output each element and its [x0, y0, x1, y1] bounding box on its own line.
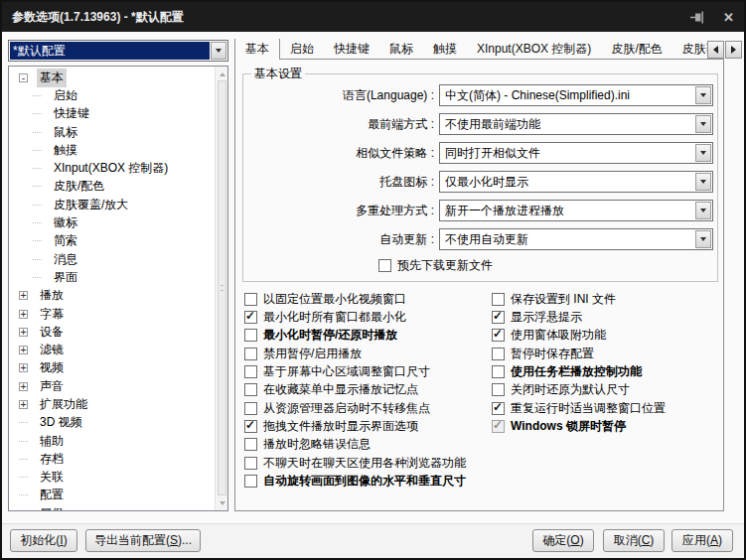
chevron-down-icon[interactable]	[211, 42, 226, 60]
tab-item[interactable]: 皮肤覆盖/放大	[672, 41, 707, 58]
tab-item[interactable]: 皮肤/配色	[601, 41, 671, 58]
expand-icon[interactable]: +	[19, 382, 28, 391]
cancel-button[interactable]: 取消(C)	[603, 529, 665, 552]
tree-item[interactable]: 徽标	[9, 213, 215, 231]
checkbox[interactable]: ✓	[492, 311, 505, 324]
collapse-icon[interactable]: -	[19, 73, 28, 82]
tab-item[interactable]: XInput(XBOX 控制器)	[467, 41, 601, 58]
tree-item[interactable]: +播放	[9, 287, 215, 305]
setting-dropdown[interactable]: 新开一个播放进程播放	[439, 200, 713, 221]
tree-item[interactable]: 辅助	[9, 432, 215, 450]
tab-item[interactable]: 启始	[280, 41, 324, 58]
chevron-down-icon[interactable]	[695, 173, 711, 191]
tree-item[interactable]: 皮肤/配色	[9, 178, 215, 196]
pin-icon[interactable]	[690, 11, 705, 24]
scroll-up-icon[interactable]	[217, 68, 227, 80]
checkbox[interactable]: ✓	[492, 402, 505, 415]
checkbox-row: ✓使用窗体吸附功能	[492, 327, 666, 345]
tab-item[interactable]: 快捷键	[324, 41, 379, 58]
tab-item[interactable]: 基本	[234, 39, 280, 60]
checkbox[interactable]: ✓	[244, 311, 257, 324]
expand-icon[interactable]: +	[19, 291, 28, 300]
expand-icon[interactable]: +	[19, 346, 28, 354]
tree-item[interactable]: 简索	[9, 232, 215, 250]
checkbox[interactable]	[492, 365, 505, 378]
checkbox-row: ✓最小化时所有窗口都最小化	[244, 308, 466, 326]
expand-icon[interactable]: +	[19, 363, 28, 372]
ok-button[interactable]: 确定(O)	[532, 529, 594, 552]
tree-item[interactable]: 存档	[9, 450, 215, 468]
tree-item[interactable]: +声音	[9, 377, 215, 395]
checkbox-row: 播放时忽略错误信息	[244, 436, 466, 454]
checkbox[interactable]	[244, 348, 257, 360]
checkbox[interactable]	[244, 329, 257, 342]
tree-item[interactable]: +视频	[9, 359, 215, 377]
checkbox[interactable]: ✓	[244, 420, 257, 433]
tree-item[interactable]: +设备	[9, 323, 215, 341]
tree-item[interactable]: 快捷键	[9, 105, 215, 123]
profile-combobox[interactable]: *默认配置	[8, 40, 228, 62]
initialize-button[interactable]: 初始化(I)	[10, 529, 77, 552]
checkbox-label: 禁用暂停/启用播放	[263, 346, 362, 362]
tree-item[interactable]: 皮肤覆盖/放大	[9, 196, 215, 213]
tree-item-label: 存档	[37, 450, 67, 469]
tree-item[interactable]: +滤镜	[9, 341, 215, 358]
expand-icon[interactable]: +	[19, 400, 28, 409]
checkbox[interactable]	[492, 383, 505, 396]
chevron-down-icon[interactable]	[695, 144, 711, 162]
tree-item-label: XInput(XBOX 控制器)	[51, 159, 171, 178]
tree-item[interactable]: XInput(XBOX 控制器)	[9, 159, 215, 177]
chevron-down-icon[interactable]	[695, 86, 711, 104]
setting-dropdown[interactable]: 不使用自动更新	[439, 228, 713, 250]
tab-item[interactable]: 触摸	[423, 41, 467, 58]
setting-dropdown[interactable]: 仅最小化时显示	[439, 171, 713, 193]
apply-button[interactable]: 应用(A)	[671, 529, 733, 552]
checkbox[interactable]	[492, 293, 505, 306]
setting-dropdown[interactable]: 同时打开相似文件	[439, 142, 713, 164]
tree-item[interactable]: 鼠标	[9, 123, 215, 141]
checkbox[interactable]	[244, 402, 257, 415]
setting-dropdown[interactable]: 中文(简体) - Chinese(Simplified).ini	[439, 84, 713, 106]
tree-item[interactable]: 关联	[9, 469, 215, 487]
tree-item[interactable]: +扩展功能	[9, 395, 215, 413]
checkbox[interactable]	[244, 438, 257, 451]
checkbox[interactable]	[492, 348, 505, 360]
tree-item[interactable]: 3D 视频	[9, 414, 215, 432]
expand-icon[interactable]: +	[19, 328, 28, 337]
chevron-down-icon[interactable]	[695, 230, 711, 248]
tree-item[interactable]: 消息	[9, 250, 215, 268]
tree-item[interactable]: +字幕	[9, 305, 215, 323]
scrollbar-thumb[interactable]	[218, 80, 226, 495]
close-icon[interactable]: ✕	[723, 11, 734, 24]
tab-scroll-left-button[interactable]	[707, 41, 724, 59]
chevron-down-icon[interactable]	[695, 115, 711, 133]
settings-row: 自动更新 :不使用自动更新	[249, 228, 717, 250]
tree-item[interactable]: 界面	[9, 268, 215, 286]
check-icon: ✓	[245, 418, 255, 432]
tree-connector	[19, 459, 28, 460]
dropdown-value: 新开一个播放进程播放	[441, 202, 694, 219]
tab-item[interactable]: 鼠标	[379, 41, 423, 58]
expand-icon[interactable]: +	[19, 310, 28, 319]
tree-item[interactable]: -基本	[9, 69, 215, 86]
setting-dropdown[interactable]: 不使用最前端功能	[439, 113, 713, 135]
export-config-button[interactable]: 导出当前配置(S)...	[85, 529, 201, 552]
checkbox[interactable]	[244, 293, 257, 306]
tree-item[interactable]: 屏保	[9, 504, 215, 510]
pre-download-updates-row: 预先下载更新文件	[378, 257, 717, 273]
checkbox[interactable]	[244, 475, 257, 488]
checkbox[interactable]	[244, 383, 257, 396]
checkbox[interactable]	[244, 365, 257, 378]
tab-scroll-right-button[interactable]	[725, 41, 742, 59]
tree-connector	[19, 477, 28, 478]
checkbox[interactable]	[378, 259, 391, 272]
tree-item[interactable]: 启始	[9, 86, 215, 104]
tree-item[interactable]: 配置	[9, 487, 215, 504]
scroll-down-icon[interactable]	[217, 496, 227, 509]
checkbox[interactable]	[244, 457, 257, 470]
checkbox[interactable]: ✓	[492, 329, 505, 342]
checkbox-row: ✓显示浮悬提示	[492, 308, 666, 326]
tree-item[interactable]: 触摸	[9, 141, 215, 159]
tree-scrollbar[interactable]	[215, 67, 227, 510]
chevron-down-icon[interactable]	[695, 202, 711, 219]
